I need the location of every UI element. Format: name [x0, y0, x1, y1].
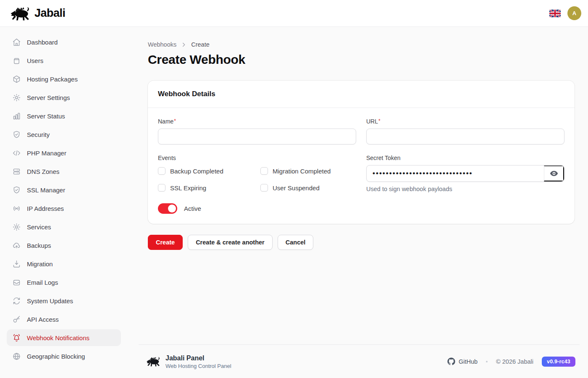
- brand-name: Jabali: [34, 7, 66, 20]
- name-label: Name*: [158, 118, 356, 125]
- reveal-password-button[interactable]: [544, 165, 564, 181]
- code-icon: [12, 148, 21, 158]
- event-option-label: SSL Expiring: [170, 184, 206, 192]
- events-label: Events: [158, 155, 356, 161]
- required-asterisk: *: [174, 118, 176, 124]
- url-input[interactable]: [366, 129, 564, 144]
- gear-icon: [12, 222, 21, 231]
- sidebar-item-label: Server Settings: [27, 94, 70, 101]
- sidebar-item-label: Users: [27, 57, 43, 64]
- sidebar-item-ssl-manager[interactable]: SSL Manager: [7, 181, 121, 198]
- sidebar-item-hosting-packages[interactable]: Hosting Packages: [7, 71, 121, 87]
- sidebar-item-php-manager[interactable]: PHP Manager: [7, 144, 121, 161]
- event-option-label: Backup Completed: [170, 168, 223, 175]
- breadcrumb: Webhooks Create: [148, 41, 575, 48]
- checkbox-icon[interactable]: [260, 167, 268, 175]
- sidebar-item-geographic-blocking[interactable]: Geographic Blocking: [7, 348, 121, 365]
- package-icon: [12, 74, 21, 84]
- create-button[interactable]: Create: [148, 235, 183, 250]
- active-toggle-label: Active: [184, 205, 201, 212]
- sidebar: Dashboard Users Hosting Packages Server …: [0, 27, 128, 378]
- avatar-initial: A: [572, 10, 576, 16]
- sidebar-item-server-settings[interactable]: Server Settings: [7, 89, 121, 106]
- name-input[interactable]: [158, 129, 356, 144]
- sidebar-item-label: Webhook Notifications: [27, 334, 89, 341]
- sidebar-item-dns-zones[interactable]: DNS Zones: [7, 163, 121, 180]
- dot-separator: [486, 361, 488, 362]
- sidebar-item-server-status[interactable]: Server Status: [7, 108, 121, 124]
- name-field-group: Name*: [158, 118, 356, 144]
- sidebar-item-label: Migration: [27, 260, 53, 268]
- globe-icon: [12, 352, 21, 361]
- checkbox-icon[interactable]: [158, 184, 165, 192]
- events-field-group: Events Backup Completed Migration Comple…: [158, 155, 356, 192]
- breadcrumb-webhooks[interactable]: Webhooks: [148, 41, 176, 48]
- refresh-icon: [12, 296, 21, 305]
- users-icon: [12, 56, 21, 65]
- sidebar-item-api-access[interactable]: API Access: [7, 311, 121, 328]
- event-option-user-suspended[interactable]: User Suspended: [260, 184, 356, 192]
- sidebar-item-label: SSL Manager: [27, 186, 65, 194]
- active-toggle[interactable]: [158, 203, 177, 214]
- sidebar-item-label: Hosting Packages: [27, 76, 78, 83]
- sidebar-item-backups[interactable]: Backups: [7, 237, 121, 254]
- eye-icon: [549, 169, 559, 178]
- sidebar-item-ip-addresses[interactable]: IP Addresses: [7, 200, 121, 217]
- boar-icon: [10, 6, 30, 21]
- checkbox-icon[interactable]: [260, 184, 268, 192]
- event-option-label: User Suspended: [273, 184, 320, 192]
- sidebar-item-label: Geographic Blocking: [27, 353, 85, 360]
- sidebar-item-users[interactable]: Users: [7, 52, 121, 69]
- sidebar-item-security[interactable]: Security: [7, 126, 121, 143]
- secret-token-label: Secret Token: [366, 155, 564, 161]
- event-option-backup-completed[interactable]: Backup Completed: [158, 167, 260, 175]
- active-toggle-group: Active: [158, 203, 356, 214]
- sidebar-item-migration[interactable]: Migration: [7, 255, 121, 272]
- sidebar-item-label: Security: [27, 131, 50, 138]
- sidebar-item-label: Server Status: [27, 113, 65, 120]
- bell-icon: [12, 333, 21, 342]
- github-link[interactable]: GitHub: [447, 357, 478, 365]
- checkbox-icon[interactable]: [158, 167, 165, 175]
- gear-icon: [12, 93, 21, 102]
- sidebar-item-label: Backups: [27, 242, 51, 249]
- page-title: Create Webhook: [148, 52, 575, 67]
- sidebar-item-label: API Access: [27, 316, 59, 323]
- language-flag-icon[interactable]: [549, 10, 561, 17]
- sidebar-item-webhook-notifications[interactable]: Webhook Notifications: [7, 329, 121, 346]
- inbox-icon: [12, 278, 21, 287]
- event-option-label: Migration Completed: [273, 168, 331, 175]
- breadcrumb-current: Create: [191, 41, 210, 48]
- sidebar-item-services[interactable]: Services: [7, 218, 121, 235]
- toggle-knob: [168, 205, 176, 213]
- secret-token-input[interactable]: ••••••••••••••••••••••••••••••: [366, 165, 564, 182]
- cancel-button[interactable]: Cancel: [278, 235, 314, 250]
- event-option-migration-completed[interactable]: Migration Completed: [260, 167, 356, 175]
- shield-check-icon: [12, 130, 21, 139]
- signal-icon: [12, 204, 21, 213]
- github-icon: [447, 357, 455, 365]
- github-label: GitHub: [459, 358, 478, 365]
- bar-chart-icon: [12, 111, 21, 121]
- sidebar-item-email-logs[interactable]: Email Logs: [7, 274, 121, 291]
- create-another-button[interactable]: Create & create another: [188, 235, 273, 250]
- user-avatar[interactable]: A: [567, 6, 581, 20]
- top-bar: Jabali A: [0, 0, 588, 27]
- secret-token-field-group: Secret Token •••••••••••••••••••••••••••…: [366, 155, 564, 192]
- cloud-upload-icon: [12, 241, 21, 250]
- sidebar-item-label: Email Logs: [27, 279, 58, 286]
- webhook-details-card: Webhook Details Name* URL*: [148, 81, 575, 224]
- copyright-text: © 2026 Jabali: [496, 358, 533, 365]
- sidebar-item-label: PHP Manager: [27, 150, 66, 157]
- brand-logo[interactable]: Jabali: [10, 6, 66, 21]
- secret-token-masked-value[interactable]: ••••••••••••••••••••••••••••••: [367, 165, 544, 181]
- event-option-ssl-expiring[interactable]: SSL Expiring: [158, 184, 260, 192]
- footer-brand: Jabali Panel: [165, 354, 231, 362]
- sidebar-item-system-updates[interactable]: System Updates: [7, 292, 121, 309]
- url-label: URL*: [366, 118, 564, 125]
- version-badge: v0.9-rc43: [542, 357, 575, 367]
- footer-subtitle: Web Hosting Control Panel: [165, 363, 231, 369]
- sidebar-item-label: Dashboard: [27, 39, 58, 46]
- sidebar-item-dashboard[interactable]: Dashboard: [7, 34, 121, 50]
- app-window: Jabali A Dashboard: [0, 0, 588, 378]
